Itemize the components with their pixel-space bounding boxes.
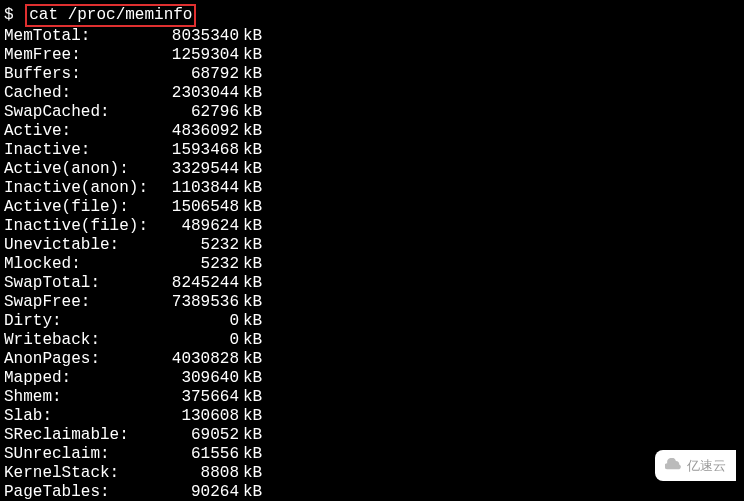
meminfo-row: Mlocked:5232kB [4, 255, 740, 274]
meminfo-unit: kB [243, 160, 262, 179]
meminfo-value: 62796 [159, 103, 239, 122]
command-text: cat /proc/meminfo [29, 6, 192, 24]
meminfo-row: Mapped:309640kB [4, 369, 740, 388]
meminfo-label: AnonPages: [4, 350, 159, 369]
meminfo-row: Unevictable:5232kB [4, 236, 740, 255]
meminfo-label: MemFree: [4, 46, 159, 65]
meminfo-unit: kB [243, 65, 262, 84]
meminfo-row: PageTables:90264kB [4, 483, 740, 501]
meminfo-value: 4030828 [159, 350, 239, 369]
meminfo-value: 8245244 [159, 274, 239, 293]
meminfo-value: 375664 [159, 388, 239, 407]
meminfo-row: KernelStack:8808kB [4, 464, 740, 483]
meminfo-label: Inactive(file): [4, 217, 159, 236]
meminfo-unit: kB [243, 141, 262, 160]
meminfo-unit: kB [243, 407, 262, 426]
meminfo-row: SwapFree:7389536kB [4, 293, 740, 312]
meminfo-label: SwapFree: [4, 293, 159, 312]
cloud-icon [665, 456, 683, 475]
meminfo-label: Buffers: [4, 65, 159, 84]
meminfo-row: SUnreclaim:61556kB [4, 445, 740, 464]
meminfo-label: Active: [4, 122, 159, 141]
meminfo-value: 1506548 [159, 198, 239, 217]
meminfo-rows: MemTotal:8035340kBMemFree:1259304kBBuffe… [4, 27, 740, 501]
meminfo-value: 2303044 [159, 84, 239, 103]
meminfo-label: KernelStack: [4, 464, 159, 483]
meminfo-value: 5232 [159, 236, 239, 255]
meminfo-row: Inactive:1593468kB [4, 141, 740, 160]
watermark-badge: 亿速云 [655, 450, 736, 481]
meminfo-unit: kB [243, 198, 262, 217]
meminfo-value: 489624 [159, 217, 239, 236]
meminfo-row: AnonPages:4030828kB [4, 350, 740, 369]
meminfo-label: Writeback: [4, 331, 159, 350]
meminfo-value: 69052 [159, 426, 239, 445]
meminfo-unit: kB [243, 217, 262, 236]
meminfo-label: SwapCached: [4, 103, 159, 122]
meminfo-label: MemTotal: [4, 27, 159, 46]
meminfo-unit: kB [243, 293, 262, 312]
meminfo-value: 309640 [159, 369, 239, 388]
meminfo-unit: kB [243, 274, 262, 293]
meminfo-label: Unevictable: [4, 236, 159, 255]
meminfo-unit: kB [243, 312, 262, 331]
meminfo-unit: kB [243, 445, 262, 464]
meminfo-label: SReclaimable: [4, 426, 159, 445]
meminfo-unit: kB [243, 483, 262, 501]
meminfo-row: Shmem:375664kB [4, 388, 740, 407]
meminfo-label: Mlocked: [4, 255, 159, 274]
meminfo-unit: kB [243, 255, 262, 274]
meminfo-row: Active(anon):3329544kB [4, 160, 740, 179]
meminfo-value: 61556 [159, 445, 239, 464]
meminfo-unit: kB [243, 179, 262, 198]
meminfo-row: Cached:2303044kB [4, 84, 740, 103]
meminfo-row: Inactive(file):489624kB [4, 217, 740, 236]
meminfo-value: 1103844 [159, 179, 239, 198]
highlighted-command: cat /proc/meminfo [25, 4, 196, 27]
meminfo-unit: kB [243, 388, 262, 407]
shell-prompt: $ [4, 6, 14, 24]
meminfo-label: PageTables: [4, 483, 159, 501]
meminfo-value: 0 [159, 312, 239, 331]
meminfo-row: Buffers:68792kB [4, 65, 740, 84]
terminal-output: $ cat /proc/meminfo MemTotal:8035340kBMe… [0, 0, 744, 501]
meminfo-value: 5232 [159, 255, 239, 274]
meminfo-value: 90264 [159, 483, 239, 501]
meminfo-row: Inactive(anon):1103844kB [4, 179, 740, 198]
meminfo-value: 3329544 [159, 160, 239, 179]
meminfo-row: MemTotal:8035340kB [4, 27, 740, 46]
meminfo-label: SUnreclaim: [4, 445, 159, 464]
watermark-text: 亿速云 [687, 456, 726, 475]
meminfo-unit: kB [243, 236, 262, 255]
meminfo-row: SwapCached:62796kB [4, 103, 740, 122]
meminfo-label: Shmem: [4, 388, 159, 407]
meminfo-value: 130608 [159, 407, 239, 426]
meminfo-unit: kB [243, 350, 262, 369]
meminfo-row: Active(file):1506548kB [4, 198, 740, 217]
meminfo-unit: kB [243, 103, 262, 122]
meminfo-label: Active(file): [4, 198, 159, 217]
meminfo-unit: kB [243, 122, 262, 141]
meminfo-label: Inactive(anon): [4, 179, 159, 198]
meminfo-value: 68792 [159, 65, 239, 84]
meminfo-value: 4836092 [159, 122, 239, 141]
meminfo-label: Inactive: [4, 141, 159, 160]
meminfo-label: Active(anon): [4, 160, 159, 179]
meminfo-label: Dirty: [4, 312, 159, 331]
meminfo-label: Slab: [4, 407, 159, 426]
meminfo-row: MemFree:1259304kB [4, 46, 740, 65]
meminfo-value: 7389536 [159, 293, 239, 312]
meminfo-row: Writeback:0kB [4, 331, 740, 350]
meminfo-unit: kB [243, 426, 262, 445]
meminfo-unit: kB [243, 84, 262, 103]
meminfo-value: 0 [159, 331, 239, 350]
meminfo-unit: kB [243, 27, 262, 46]
meminfo-unit: kB [243, 46, 262, 65]
meminfo-label: Cached: [4, 84, 159, 103]
meminfo-value: 1259304 [159, 46, 239, 65]
meminfo-value: 8808 [159, 464, 239, 483]
command-line: $ cat /proc/meminfo [4, 4, 196, 27]
meminfo-unit: kB [243, 464, 262, 483]
meminfo-row: Slab:130608kB [4, 407, 740, 426]
meminfo-label: SwapTotal: [4, 274, 159, 293]
